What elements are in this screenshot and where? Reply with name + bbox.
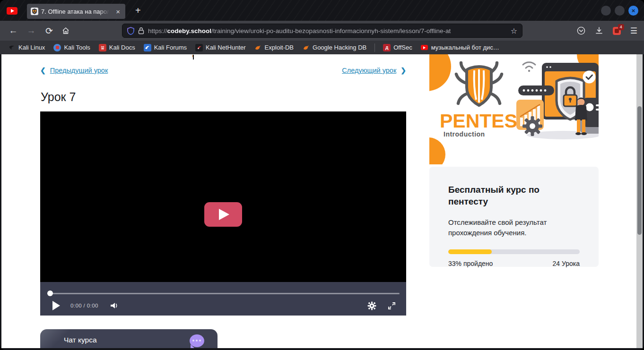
svg-text:PENTEST: PENTEST bbox=[440, 110, 529, 132]
reload-button[interactable]: ⟳ bbox=[44, 26, 55, 36]
youtube-icon bbox=[421, 44, 428, 51]
scrollbar-thumb[interactable] bbox=[637, 106, 642, 235]
window-controls: × bbox=[601, 6, 638, 16]
close-button[interactable]: × bbox=[628, 6, 638, 16]
course-chat-widget[interactable]: Чат курса bbox=[40, 329, 218, 348]
security-illustration bbox=[516, 62, 599, 139]
lesson-navigation: ❮ Предыдущий урок Следующий урок ❯ bbox=[40, 67, 406, 74]
bookmark-exploit-db[interactable]: Exploit-DB bbox=[251, 43, 297, 53]
video-controls-bar: 0:00 / 0:00 bbox=[40, 282, 406, 316]
extension-badge: 4 bbox=[618, 24, 624, 30]
forward-button[interactable]: → bbox=[26, 26, 37, 36]
bookmark-kali-tools[interactable]: Kali Tools bbox=[50, 43, 93, 53]
offsec-icon: Д bbox=[383, 44, 391, 51]
time-display: 0:00 / 0:00 bbox=[70, 303, 98, 308]
youtube-pinned-tab-icon[interactable] bbox=[7, 7, 17, 15]
progress-percent-label: 33% пройдено bbox=[448, 260, 493, 267]
bookmark-kali-docs[interactable]: Kali Docs bbox=[96, 43, 139, 53]
lessons-count-label: 24 Урока bbox=[552, 260, 580, 267]
settings-gear-icon[interactable] bbox=[367, 301, 376, 310]
page-content: ❮ Предыдущий урок Следующий урок ❯ Урок … bbox=[1, 54, 636, 348]
bookmark-music-bot[interactable]: музыкальный бот дис… bbox=[418, 43, 503, 53]
kali-forums-icon bbox=[144, 44, 151, 51]
course-card-title: Бесплатный курс по пентесту bbox=[448, 184, 580, 207]
video-player[interactable] bbox=[40, 111, 406, 282]
kali-tools-icon bbox=[53, 44, 61, 51]
course-progress-card: Бесплатный курс по пентесту Отслеживайте… bbox=[429, 167, 599, 267]
active-tab[interactable]: 7. Offline атака на пароли × bbox=[27, 4, 125, 19]
seek-bar[interactable] bbox=[47, 293, 400, 294]
chat-bubble-icon[interactable] bbox=[190, 334, 204, 347]
page-title: Урок 7 bbox=[41, 90, 76, 104]
tab-title: 7. Offline атака на пароли bbox=[41, 8, 112, 15]
tab-close-icon[interactable]: × bbox=[114, 8, 122, 16]
bookmarks-bar: Kali Linux Kali Tools Kali Docs Kali For… bbox=[0, 41, 644, 54]
bookmark-star-icon[interactable]: ☆ bbox=[511, 26, 517, 35]
prev-lesson-link[interactable]: ❮ Предыдущий урок bbox=[40, 67, 108, 74]
titlebar: 7. Offline атака на пароли × + × bbox=[0, 0, 644, 21]
volume-icon[interactable] bbox=[110, 301, 119, 310]
browser-window: 7. Offline атака на пароли × + × ← → ⟳ bbox=[0, 0, 644, 350]
fullscreen-icon[interactable] bbox=[388, 302, 396, 310]
pentest-banner: PENTEST Introduction bbox=[429, 54, 599, 164]
kali-linux-icon bbox=[8, 44, 16, 51]
extension-icon[interactable]: 4 bbox=[613, 27, 621, 35]
chat-title: Чат курса bbox=[64, 336, 97, 344]
big-play-button[interactable] bbox=[204, 202, 242, 227]
chevron-left-icon: ❮ bbox=[40, 67, 46, 74]
maximize-button[interactable] bbox=[615, 6, 625, 16]
bookmark-kali-linux[interactable]: Kali Linux bbox=[5, 43, 48, 53]
kali-docs-icon bbox=[99, 44, 106, 51]
navigation-toolbar: ← → ⟳ https://codeby.school/training/vie… bbox=[0, 21, 644, 41]
chevron-right-icon: ❯ bbox=[400, 67, 406, 74]
bookmark-kali-forums[interactable]: Kali Forums bbox=[140, 43, 190, 53]
progress-fill bbox=[448, 249, 492, 254]
menu-hamburger-icon[interactable]: ☰ bbox=[630, 26, 637, 36]
kali-nethunter-icon bbox=[195, 44, 203, 51]
pocket-icon[interactable] bbox=[577, 26, 585, 35]
course-card-description: Отслеживайте свой результат прохождения … bbox=[448, 217, 580, 238]
tracking-protection-shield-icon[interactable] bbox=[127, 27, 134, 35]
bookmark-offsec[interactable]: Д OffSec bbox=[380, 43, 416, 53]
bookmarks-separator bbox=[374, 43, 375, 52]
next-lesson-link[interactable]: Следующий урок ❯ bbox=[342, 67, 406, 74]
progress-bar bbox=[448, 249, 580, 254]
bookmark-kali-nethunter[interactable]: Kali NetHunter bbox=[192, 43, 249, 53]
play-button[interactable] bbox=[52, 301, 60, 310]
home-button[interactable] bbox=[61, 26, 73, 35]
codeby-favicon bbox=[31, 8, 38, 15]
seek-thumb[interactable] bbox=[47, 290, 53, 296]
clipped-text-fragment bbox=[193, 55, 194, 60]
downloads-icon[interactable] bbox=[595, 26, 603, 35]
back-button[interactable]: ← bbox=[8, 26, 19, 36]
page-scrollbar[interactable] bbox=[636, 54, 643, 348]
lock-icon bbox=[138, 27, 144, 34]
spider-shield-logo bbox=[456, 63, 502, 105]
google-hacking-db-icon bbox=[302, 44, 310, 51]
minimize-button[interactable] bbox=[601, 6, 611, 16]
url-text[interactable]: https://codeby.school/training/view/urok… bbox=[148, 27, 507, 34]
sidebar: PENTEST Introduction bbox=[429, 54, 599, 164]
bookmark-google-hacking-db[interactable]: Google Hacking DB bbox=[299, 43, 370, 53]
exploit-db-icon bbox=[254, 44, 262, 51]
new-tab-button[interactable]: + bbox=[135, 5, 141, 16]
svg-text:Introduction: Introduction bbox=[444, 130, 485, 138]
url-bar[interactable]: https://codeby.school/training/view/urok… bbox=[122, 24, 522, 38]
